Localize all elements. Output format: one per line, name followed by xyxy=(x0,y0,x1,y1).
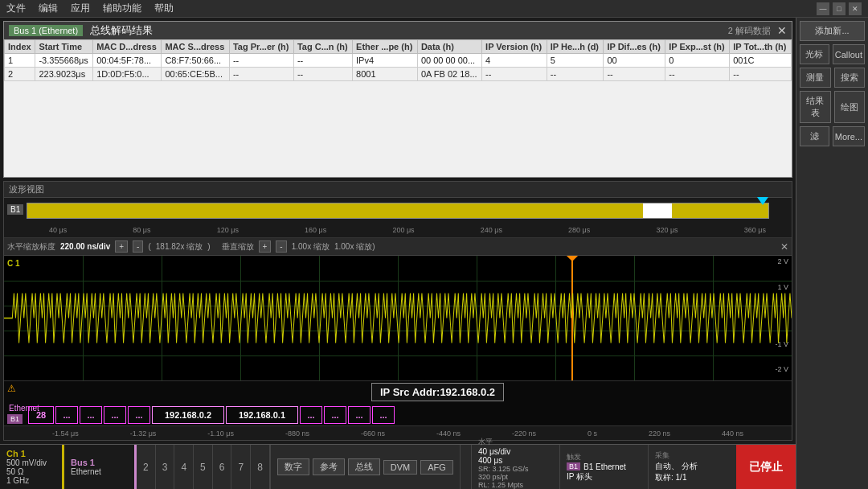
decoder-close-btn[interactable]: ✕ xyxy=(777,24,787,37)
time-280: 280 μs xyxy=(568,226,590,234)
bus-cell-dots-5: ... xyxy=(300,406,322,424)
cell-ipd-1: 00 xyxy=(604,54,665,68)
b1-bus-label: B1 xyxy=(7,414,23,424)
bus-decode-row: 28 ... ... ... ... 192.168.0.2 192.168.0… xyxy=(28,406,788,424)
time-40: 40 μs xyxy=(49,226,67,234)
cell-start-2: 223.9023μs xyxy=(35,68,93,81)
h-scale-label: 水平缩放标度 xyxy=(7,241,55,253)
decoder-data-count: 2 解码数据 xyxy=(728,25,771,37)
trigger-val2: IP 标头 xyxy=(567,471,641,483)
stop-button[interactable]: 已停止 xyxy=(736,445,796,489)
scale-increase-btn[interactable]: + xyxy=(115,240,128,253)
table-row[interactable]: 2 223.9023μs 1D:0D:F5:0... 00:65:CE:5B..… xyxy=(5,68,792,81)
menu-item-tools[interactable]: 辅助功能 xyxy=(103,2,141,15)
time-120: 120 μs xyxy=(217,226,239,234)
cell-mac-src-1: C8:F7:50:66... xyxy=(162,54,230,68)
mode-ref[interactable]: 参考 xyxy=(313,458,345,475)
results-table-button[interactable]: 结果表 xyxy=(800,91,831,123)
btn-row-4: 滤 More... xyxy=(800,126,865,146)
trigger-section: 触发 B1 B1 Ethernet IP 标头 xyxy=(559,445,648,489)
scale-decrease-btn[interactable]: - xyxy=(133,240,143,253)
plot-button[interactable]: 绘图 xyxy=(834,91,866,123)
cell-data-2: 0A FB 02 18... xyxy=(417,68,481,81)
cursor-arrow xyxy=(757,197,768,205)
trigger-val1: B1 B1 Ethernet xyxy=(567,462,641,471)
cell-mac-src-2: 00:65:CE:5B... xyxy=(162,68,230,81)
col-start-time: Start Time xyxy=(35,40,93,54)
search-button[interactable]: 搜索 xyxy=(834,68,866,88)
bus-cell-ip-dst: 192.168.0.1 xyxy=(226,406,298,424)
vert-zoom-factor: 1.00x 缩放) xyxy=(334,241,375,253)
filter-button[interactable]: 滤 xyxy=(800,126,829,146)
col-index: Index xyxy=(5,40,35,54)
cell-ipe-2: -- xyxy=(665,68,730,81)
bus-cell-dots-8: ... xyxy=(372,406,395,424)
bus-cell-dots-3: ... xyxy=(104,406,126,424)
time-360: 360 μs xyxy=(744,226,766,234)
cell-start-1: -3.355668μs xyxy=(35,54,93,68)
col-tag-cn: Tag C...n (h) xyxy=(293,40,352,54)
bus-cell-28: 28 xyxy=(28,406,54,424)
mode-dvm[interactable]: DVM xyxy=(383,460,417,475)
table-row[interactable]: 1 -3.355668μs 00:04:5F:78... C8:F7:50:66… xyxy=(5,54,792,68)
mode-buttons: 数字 参考 总线 DVM AFG xyxy=(271,445,461,489)
measure-button[interactable]: 测量 xyxy=(800,68,831,88)
ch3[interactable]: 3 xyxy=(156,445,175,489)
bt-n440: -440 ns xyxy=(436,429,461,438)
callout-button[interactable]: Callout xyxy=(833,44,865,64)
menu-item-edit[interactable]: 编辑 xyxy=(39,2,58,15)
bt-n154: -1.54 μs xyxy=(52,429,79,438)
close-button[interactable]: ✕ xyxy=(849,2,862,15)
horizontal-val5: RL: 1.25 Mpts xyxy=(478,481,553,489)
vert-zoom-label: 垂直缩放 xyxy=(222,241,254,253)
col-ip-diff: IP Dif...es (h) xyxy=(604,40,665,54)
waveform-title: 波形视图 xyxy=(4,182,792,198)
bt-0: 0 s xyxy=(588,429,597,438)
ch7[interactable]: 7 xyxy=(231,445,251,489)
bus-cell-dots-6: ... xyxy=(324,406,346,424)
menu-item-help[interactable]: 帮助 xyxy=(154,2,174,15)
warning-icon: ⚠ xyxy=(7,383,16,403)
vert-increase-btn[interactable]: + xyxy=(259,240,272,253)
main-layout: Bus 1 (Ethernet) 总线解码结果 2 解码数据 ✕ Index S… xyxy=(0,18,868,489)
window-controls: — □ ✕ xyxy=(817,2,862,15)
bus1-val: Ethernet xyxy=(71,467,128,476)
vert-decrease-btn[interactable]: - xyxy=(276,240,286,253)
cell-ipv-2: -- xyxy=(482,68,547,81)
add-new-button[interactable]: 添加新... xyxy=(800,21,865,41)
col-ip-hdr: IP He...h (d) xyxy=(547,40,604,54)
ch8[interactable]: 8 xyxy=(251,445,270,489)
mode-afg[interactable]: AFG xyxy=(420,460,453,475)
status-right: 水平 40 μs/div 400 μs SR: 3.125 GS/s 320 p… xyxy=(471,445,796,489)
menu-item-file[interactable]: 文件 xyxy=(6,2,26,15)
mode-digital[interactable]: 数字 xyxy=(277,458,309,475)
cursor-button[interactable]: 光标 xyxy=(800,44,829,64)
right-panel: 添加新... 光标 Callout 测量 搜索 结果表 绘图 滤 More... xyxy=(796,18,868,489)
scale-close-btn[interactable]: ✕ xyxy=(780,241,788,253)
menu-item-app[interactable]: 应用 xyxy=(71,2,90,15)
bt-220: 220 ns xyxy=(649,429,670,438)
vert-zoom-val: 1.00x 缩放 xyxy=(292,241,330,253)
left-panel: Bus 1 (Ethernet) 总线解码结果 2 解码数据 ✕ Index S… xyxy=(0,18,796,489)
bt-n660: -660 ns xyxy=(361,429,385,438)
horizontal-val4: 320 ps/pt xyxy=(478,473,553,481)
channel-nums: 2 3 4 5 6 7 8 xyxy=(137,445,271,489)
cell-ipe-1: 0 xyxy=(665,54,730,68)
ch2[interactable]: 2 xyxy=(137,445,156,489)
maximize-button[interactable]: □ xyxy=(833,2,845,15)
osc-area[interactable]: 2 V 1 V -1 V -2 V C 1 xyxy=(4,256,792,380)
decoder-panel: Bus 1 (Ethernet) 总线解码结果 2 解码数据 ✕ Index S… xyxy=(3,21,792,178)
ch4[interactable]: 4 xyxy=(174,445,194,489)
col-data: Data (h) xyxy=(417,40,481,54)
ch6[interactable]: 6 xyxy=(213,445,232,489)
minimize-button[interactable]: — xyxy=(817,2,829,15)
decoder-info: 2 解码数据 ✕ xyxy=(728,24,787,37)
mode-bus[interactable]: 总线 xyxy=(348,458,380,475)
ch5[interactable]: 5 xyxy=(194,445,213,489)
table-header: Index Start Time MAC D...dress MAC S...d… xyxy=(5,40,792,54)
col-ip-total: IP Tot...th (h) xyxy=(730,40,792,54)
more-button[interactable]: More... xyxy=(833,126,865,146)
trigger-title: 触发 xyxy=(567,452,641,462)
time-200: 200 μs xyxy=(392,226,414,234)
cell-ether-2: 8001 xyxy=(353,68,418,81)
